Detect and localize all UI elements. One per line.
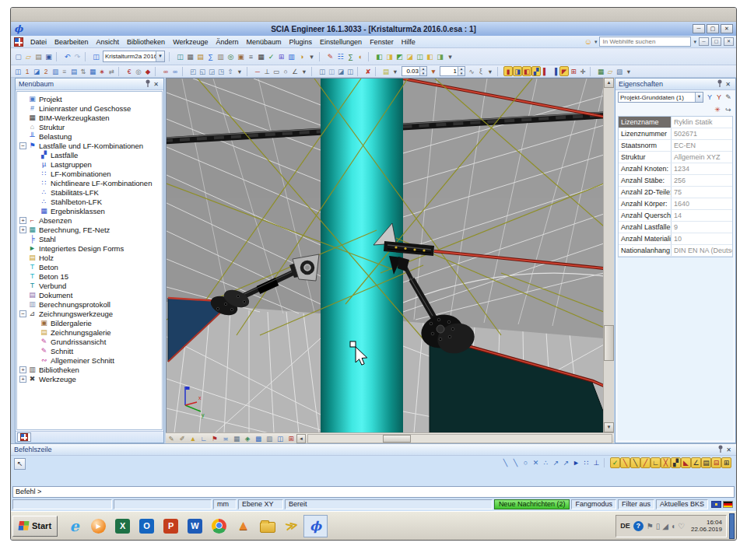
toolbar-icon[interactable]: ◪ — [336, 66, 345, 76]
property-row[interactable]: Lizenzname Ryklin Statik — [619, 117, 732, 128]
tray-volume-icon[interactable]: ◖ — [671, 522, 675, 530]
tray-status-icon[interactable]: ♡ — [678, 522, 685, 530]
spinner-down-icon[interactable]: ▼ — [420, 72, 426, 76]
taskbar-scia-engineer-icon[interactable]: ϕ — [303, 515, 328, 537]
tree-expander-icon[interactable] — [31, 170, 38, 177]
tree-item[interactable]: ⌂ Struktur — [17, 122, 162, 131]
tree-expander-icon[interactable] — [31, 320, 38, 327]
zoom-grid-icon[interactable]: ⊞ — [286, 433, 296, 443]
taskbar-media-player-icon[interactable]: ▶ — [86, 515, 110, 537]
property-row[interactable]: Anzahl Querschnit... 14 — [619, 210, 732, 222]
snap-toggle-icon[interactable]: ⊞ — [721, 457, 731, 468]
toolbar-icon[interactable]: ◫ — [327, 66, 336, 76]
step-icon[interactable]: ▼ — [429, 66, 438, 76]
actions-icon[interactable]: ✳ — [713, 104, 722, 114]
tree-expander-icon[interactable]: + — [19, 226, 26, 233]
clipboard-icon[interactable]: ▥ — [216, 51, 226, 62]
snap-toggle-icon[interactable]: ✓ — [610, 457, 620, 468]
snap-toggle-icon[interactable]: ╳ — [661, 457, 671, 468]
gallery-icon[interactable]: ▤ — [195, 51, 205, 62]
toolbar-overflow-icon[interactable]: ▾ — [307, 51, 317, 62]
list-icon[interactable]: ≡ — [246, 51, 256, 62]
tree-item[interactable]: ╞ Stahl — [17, 234, 162, 243]
webhelp-search-input[interactable] — [599, 37, 691, 47]
tree-expander-icon[interactable] — [19, 105, 26, 112]
toolbar-icon[interactable]: ▥ — [51, 66, 60, 76]
snap-toggle-icon[interactable]: ╲ — [630, 457, 640, 468]
scale-input[interactable] — [402, 68, 419, 75]
start-button[interactable]: Start — [12, 516, 58, 537]
tree-expander-icon[interactable] — [19, 254, 26, 261]
toolbar-icon[interactable]: ⇅ — [79, 66, 88, 76]
move-icon[interactable]: ✛ — [578, 66, 587, 76]
scroll-up-icon[interactable]: ▲ — [604, 78, 614, 88]
toolbar-icon[interactable]: ⇧ — [226, 66, 235, 76]
layout-icon[interactable]: ◩ — [395, 51, 405, 62]
tree-item[interactable]: ▤ Dokument — [17, 290, 162, 299]
search-dropdown-icon[interactable]: ▾ — [693, 39, 696, 45]
viewport-3d-scene[interactable]: x y — [167, 79, 603, 432]
toolbar-icon[interactable]: ▾ — [300, 66, 309, 76]
edit-property-icon[interactable]: ✎ — [724, 93, 733, 103]
restore-button[interactable]: ▢ — [707, 24, 719, 33]
tray-network-icon[interactable]: ◢ — [662, 522, 668, 530]
toolbar-icon[interactable]: ▤ — [69, 66, 79, 76]
cursor-mode-icon[interactable]: ► — [571, 457, 581, 468]
mast-cylinder[interactable] — [321, 79, 403, 432]
tree-item[interactable]: ▥ Berechnungsprotokoll — [17, 299, 162, 309]
toolbar-icon[interactable]: ◪ — [32, 66, 41, 76]
tree-item[interactable]: ▞ Lastfälle — [17, 150, 162, 159]
select-action-icon[interactable]: ↪ — [724, 104, 733, 114]
tree-item[interactable]: + ✖ Werkzeuge — [17, 374, 162, 383]
render-icon[interactable]: ▲ — [188, 433, 198, 443]
pin-icon[interactable] — [715, 79, 724, 89]
title-bar[interactable]: ϕ SCIA Engineer 16.1.3033 - [Kristalturm… — [11, 22, 736, 36]
filter-edit-icon[interactable]: Y — [714, 93, 724, 103]
toolbar-icon[interactable]: ◫ — [317, 66, 327, 76]
new-project-icon[interactable]: ▢ — [13, 51, 23, 62]
bim-toolbox-icon[interactable]: ◫ — [175, 51, 185, 62]
taskbar-vlc-icon[interactable]: ▲ — [231, 515, 255, 537]
scroll-down-icon[interactable]: ▼ — [604, 422, 614, 432]
tree-tab[interactable] — [17, 432, 31, 442]
mdi-minimize-button[interactable]: ─ — [699, 37, 709, 46]
calculator-icon[interactable]: ⊞ — [276, 51, 286, 62]
tree-item[interactable]: ✎ Schnitt — [17, 346, 162, 355]
toolbar-icon[interactable]: ▾ — [486, 66, 495, 76]
spinner-down-icon[interactable]: ▼ — [458, 72, 465, 76]
command-input[interactable]: Befehl > — [12, 486, 735, 498]
toolbar-icon[interactable]: ▭ — [272, 66, 281, 76]
toolbar-icon[interactable]: ▦ — [88, 66, 97, 76]
snap-toggle-icon[interactable]: ∟ — [651, 457, 661, 468]
menu-item[interactable]: Bearbeiten — [51, 37, 93, 47]
layout-icon[interactable]: ◧ — [374, 51, 384, 62]
toolbar-icon[interactable]: ◲ — [207, 66, 216, 76]
tree-expander-icon[interactable] — [19, 301, 26, 308]
calculation-icon[interactable]: ∑ — [205, 51, 216, 62]
tree-expander-icon[interactable] — [19, 264, 26, 271]
help-tray-icon[interactable]: ? — [633, 521, 644, 531]
taskbar-clock[interactable]: 16:04 22.06.2019 — [688, 519, 722, 533]
pin-icon[interactable] — [716, 445, 724, 454]
toolbar-icon[interactable]: ○ — [281, 66, 290, 76]
snap-toggle-icon[interactable]: ▞ — [671, 457, 681, 468]
printer-icon[interactable]: ▦ — [256, 51, 266, 62]
taskbar-launcher-icon[interactable]: ≫ — [279, 515, 303, 537]
close-icon[interactable]: ✕ — [724, 446, 733, 453]
pin-icon[interactable] — [143, 79, 152, 89]
tree-expander-icon[interactable] — [19, 245, 26, 252]
tree-item[interactable]: + ⌐ Absenzen — [17, 215, 162, 225]
viewport-horizontal-scrollbar[interactable] — [307, 434, 612, 443]
tree-expander-icon[interactable]: + — [19, 366, 26, 373]
toolbar-icon[interactable]: ξ — [476, 66, 486, 76]
tree-item[interactable]: ∴ Stahlbeton-LFK — [17, 197, 162, 206]
tree-expander-icon[interactable] — [19, 96, 26, 103]
tree-item[interactable]: ▣ Bildergalerie — [17, 318, 162, 327]
tree-item[interactable]: − ⊿ Zeichnungswerkzeuge — [17, 309, 162, 318]
tree-item[interactable]: ∷ LF-Kombinationen — [17, 169, 162, 178]
close-icon[interactable]: ✕ — [724, 81, 732, 88]
property-row[interactable]: Staatsnorm EC-EN — [619, 140, 732, 152]
tree-expander-icon[interactable] — [31, 338, 38, 345]
ortho-icon[interactable]: ⊥ — [591, 457, 601, 468]
new-window-icon[interactable]: ◫ — [91, 51, 101, 62]
